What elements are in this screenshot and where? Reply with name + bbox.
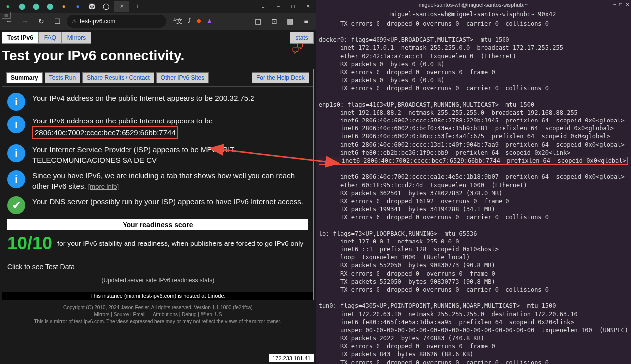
page-title: Test your IPv6 connectivity.: [0, 44, 316, 69]
result-isp: i Your Internet Service Provider (ISP) a…: [7, 144, 308, 165]
tab-test-ipv6[interactable]: Test IPv6: [2, 32, 39, 44]
url-text: test-ipv6.com: [80, 18, 115, 25]
terminal-window: miguel-santos-wh@miguel-santos-wisphub:~…: [316, 0, 631, 364]
term-minimize[interactable]: −: [613, 2, 616, 7]
score-description: for your IPv6 stability and readiness, w…: [57, 239, 303, 248]
translate-icon[interactable]: ᴬ文: [173, 17, 183, 26]
reload-button[interactable]: ↻: [35, 15, 48, 28]
tab-wifi-2[interactable]: ⬤: [30, 1, 42, 11]
browser-window: ● ⬤ ⬤ ⬤ ● ● 🐼 ◯ × + ⌄ − □ × ← → ↻ ☐ ⚠ te…: [0, 0, 316, 364]
share-icon[interactable]: ⤴: [188, 17, 191, 26]
wallet-icon[interactable]: ◫: [252, 15, 265, 28]
tab-whatsapp[interactable]: ●: [2, 1, 14, 11]
tab-wifi-1[interactable]: ⬤: [16, 1, 28, 11]
maximize-button[interactable]: □: [288, 3, 299, 10]
tab-blue[interactable]: ●: [72, 1, 84, 11]
mirror-note: This is a mirror of test-ipv6.com. The v…: [2, 318, 314, 325]
bookmark-icon[interactable]: ☐: [51, 15, 64, 28]
not-secure-icon: ⚠: [72, 18, 77, 25]
page-footer: Copyright (C) 2010, 2024 Jason Fesler. A…: [0, 300, 316, 329]
info-icon: i: [7, 144, 25, 162]
readiness-title: Your readiness score: [7, 219, 308, 230]
check-icon: ✔: [7, 196, 25, 214]
terminal-titlebar: miguel-santos-wh@miguel-santos-wisphub:~…: [316, 0, 631, 10]
ipv6-address-highlighted: 2806:40c:7002:cccc:bec7:6529:66bb:7744: [32, 126, 178, 139]
terminal-header: miguel-santos-wh@miguel-santos-wisphub:~…: [316, 10, 631, 19]
browser-toolbar: ← → ↻ ☐ ⚠ test-ipv6.com ᴬ文 ⤴ ◆ ▲ ◫ ⊡ ▤ ≡: [0, 13, 316, 30]
inner-tab-share[interactable]: Share Results / Contact: [82, 72, 154, 83]
footer-links[interactable]: Mirrors | Source | Email - - Attribution…: [2, 311, 314, 318]
term-close[interactable]: ✕: [625, 2, 629, 7]
minimize-button[interactable]: −: [273, 3, 284, 10]
tab-panda[interactable]: 🐼: [86, 1, 98, 11]
isp-text: Your Internet Service Provider (ISP) app…: [32, 144, 308, 165]
tab-faq[interactable]: FAQ: [39, 32, 62, 44]
sidebar-icon[interactable]: ▤: [284, 15, 297, 28]
terminal-title: miguel-santos-wh@miguel-santos-wisphub:~: [419, 2, 528, 8]
dns-text: Your DNS server (possibly run by your IS…: [32, 196, 303, 207]
dropdown-button[interactable]: ⌄: [258, 3, 269, 10]
new-tab-button[interactable]: +: [131, 1, 143, 11]
page-nav-tabs: Test IPv6 FAQ Mirrors stats: [0, 32, 316, 44]
terminal-output[interactable]: TX errors 0 dropped 0 overruns 0 carrier…: [316, 19, 631, 364]
brave-shield-icon[interactable]: ◆: [196, 17, 201, 26]
tab-github[interactable]: ◯: [100, 1, 112, 11]
tab-wifi-3[interactable]: ⬤: [44, 1, 56, 11]
inner-tabstrip: Summary Tests Run Share Results / Contac…: [2, 69, 313, 87]
split-toggle-icon[interactable]: ▦: [2, 12, 11, 19]
ip-badge: 172.233.181.41: [269, 354, 313, 362]
ipv4-address: 200.32.75.2: [215, 94, 254, 102]
browser-titlebar: ● ⬤ ⬤ ⬤ ● ● 🐼 ◯ × + ⌄ − □ ×: [0, 0, 316, 13]
inner-tab-summary[interactable]: Summary: [6, 72, 43, 83]
copyright: Copyright (C) 2010, 2024 Jason Fesler. A…: [2, 304, 314, 311]
tab-orange[interactable]: ●: [58, 1, 70, 11]
readiness-score: 10/10: [7, 233, 52, 254]
test-data-link[interactable]: Test Data: [45, 263, 75, 271]
inner-tab-tests[interactable]: Tests Run: [45, 72, 80, 83]
translate-badge-icon[interactable]: 🗪: [292, 42, 304, 56]
menu-icon[interactable]: ≡: [300, 15, 313, 28]
updated-text: (Updated server side IPv6 readiness stat…: [7, 275, 308, 286]
tab-active[interactable]: ×: [114, 1, 129, 12]
term-maximize[interactable]: □: [619, 2, 622, 7]
info-icon: i: [7, 116, 25, 133]
instance-info: This instance (miami.test-ipv6.com) is h…: [2, 292, 313, 300]
test-data-line: Click to see Test Data: [7, 259, 308, 275]
result-dns: ✔ Your DNS server (possibly run by your …: [7, 196, 308, 214]
inner-tab-other[interactable]: Other IPv6 Sites: [156, 72, 209, 83]
tab-mirrors[interactable]: Mirrors: [62, 32, 91, 44]
more-info-link[interactable]: [more info]: [88, 183, 119, 190]
ipv4-text: Your IPv4 address on the public Internet…: [32, 94, 215, 102]
ipv6-text: Your IPv6 address on the public Internet…: [32, 117, 213, 125]
info-icon: i: [7, 170, 25, 188]
results-panel: Summary Tests Run Share Results / Contac…: [2, 69, 314, 300]
extensions-icon[interactable]: ⊡: [268, 15, 281, 28]
close-button[interactable]: ×: [303, 3, 314, 10]
result-ipv4: i Your IPv4 address on the public Intern…: [7, 93, 308, 111]
result-tab-info: i Since you have IPv6, we are including …: [7, 170, 308, 191]
forward-button[interactable]: →: [19, 15, 32, 28]
result-ipv6: i Your IPv6 address on the public Intern…: [7, 116, 308, 139]
url-bar[interactable]: ⚠ test-ipv6.com: [67, 15, 166, 28]
including-text: Since you have IPv6, we are including a …: [32, 171, 295, 190]
info-icon: i: [7, 93, 25, 111]
inner-tab-help[interactable]: For the Help Desk: [252, 72, 309, 83]
triangle-icon[interactable]: ▲: [206, 17, 213, 26]
score-row: 10/10 for your IPv6 stability and readin…: [7, 233, 308, 259]
page-content: Test IPv6 FAQ Mirrors stats 🗪 Test your …: [0, 30, 316, 364]
